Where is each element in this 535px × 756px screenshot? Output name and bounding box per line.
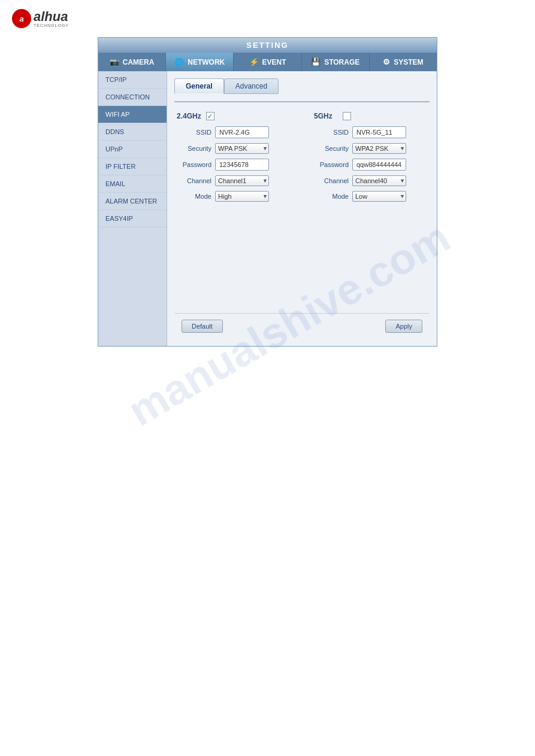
event-icon [249,57,259,66]
mode-select-wrapper-5: High Medium Low ▼ [352,191,406,202]
nav-system-label: SYSTEM [394,58,423,66]
security-row-5: Security WPA PSK WPA2 PSK Open ▼ [314,143,427,154]
sidebar-item-easy4ip[interactable]: EASY4IP [98,210,167,227]
security-select-5[interactable]: WPA PSK WPA2 PSK Open [352,143,406,154]
sidebar-item-email[interactable]: EMAIL [98,175,167,193]
security-row-2.4: Security WPA PSK WPA2 PSK Open ▼ [177,143,290,154]
mode-row-2.4: Mode High Medium Low ▼ [177,191,290,202]
network-icon [174,57,184,66]
nav-network-label: NETWORK [188,58,225,66]
top-nav: CAMERA NETWORK EVENT STORAGE SYSTEM [98,53,437,71]
ssid-row-5: SSID [314,126,427,138]
security-select-wrapper-2.4: WPA PSK WPA2 PSK Open ▼ [215,143,269,154]
tab-advanced[interactable]: Advanced [224,78,279,94]
password-label-2.4: Password [177,161,211,168]
wifi-5-column: 5GHz SSID Security WPA PSK [314,112,427,207]
freq-row-2.4: 2.4GHz [177,112,290,120]
logo-area: a alhua TECHNOLOGY [0,0,535,37]
wifi-2.4-column: 2.4GHz SSID Security WPA PSK [177,112,290,207]
nav-event-label: EVENT [262,58,286,66]
security-select-wrapper-5: WPA PSK WPA2 PSK Open ▼ [352,143,406,154]
password-input-5[interactable] [352,159,406,171]
sidebar-item-connection[interactable]: CONNECTION [98,89,167,106]
mode-label-5: Mode [314,193,349,200]
title-label: SETTING [246,41,288,50]
channel-row-5: Channel Channel40 Channel36 Channel44 Au… [314,175,427,186]
freq-row-5: 5GHz [314,112,427,120]
sidebar-item-wifi-ap[interactable]: WIFI AP [98,106,167,123]
password-input-2.4[interactable] [215,159,269,171]
logo-text: alhua [34,10,69,23]
channel-select-wrapper-5: Channel40 Channel36 Channel44 Auto ▼ [352,175,406,186]
main-panel: General Advanced 2.4GHz [167,71,437,346]
mode-label-2.4: Mode [177,193,211,200]
storage-icon [311,57,321,66]
sidebar-item-ddns[interactable]: DDNS [98,123,167,141]
nav-network[interactable]: NETWORK [166,53,234,71]
system-icon [383,57,390,66]
mode-select-2.4[interactable]: High Medium Low [215,191,269,202]
logo-subtext: TECHNOLOGY [34,23,69,28]
wifi-form: 2.4GHz SSID Security WPA PSK [174,107,430,211]
wifi-columns: 2.4GHz SSID Security WPA PSK [177,112,427,207]
ssid-label-5: SSID [314,129,349,136]
main-container: SETTING CAMERA NETWORK EVENT STORAGE SYS… [98,37,437,347]
freq-label-2.4: 2.4GHz [177,112,201,120]
camera-icon [110,57,119,66]
sidebar-item-alarm-center[interactable]: ALARM CENTER [98,193,167,210]
nav-storage[interactable]: STORAGE [302,53,370,71]
sidebar: TCP/IP CONNECTION WIFI AP DDNS UPnP IP F… [98,71,167,346]
nav-camera-label: CAMERA [123,58,155,66]
spacer [174,211,430,307]
password-label-5: Password [314,161,349,168]
content-area: TCP/IP CONNECTION WIFI AP DDNS UPnP IP F… [98,71,437,346]
apply-button[interactable]: Apply [385,320,422,333]
freq-label-5: 5GHz [314,112,338,120]
sidebar-item-upnp[interactable]: UPnP [98,141,167,158]
checkbox-2.4ghz[interactable] [206,112,214,120]
tab-separator [174,101,430,102]
password-row-5: Password [314,159,427,171]
mode-row-5: Mode High Medium Low ▼ [314,191,427,202]
channel-select-5[interactable]: Channel40 Channel36 Channel44 Auto [352,175,406,186]
ssid-row-2.4: SSID [177,126,290,138]
channel-select-2.4[interactable]: Channel1 Channel2 Channel3 Auto [215,175,269,186]
password-row-2.4: Password [177,159,290,171]
security-select-2.4[interactable]: WPA PSK WPA2 PSK Open [215,143,269,154]
ssid-input-2.4[interactable] [215,126,269,138]
tab-bar: General Advanced [174,78,430,94]
mode-select-5[interactable]: High Medium Low [352,191,406,202]
checkbox-5ghz[interactable] [343,112,351,120]
ssid-input-5[interactable] [352,126,406,138]
sidebar-item-ip-filter[interactable]: IP FILTER [98,158,167,175]
mode-select-wrapper-2.4: High Medium Low ▼ [215,191,269,202]
channel-label-2.4: Channel [177,177,211,184]
security-label-5: Security [314,145,349,152]
svg-text:a: a [19,14,23,23]
channel-row-2.4: Channel Channel1 Channel2 Channel3 Auto … [177,175,290,186]
channel-select-wrapper-2.4: Channel1 Channel2 Channel3 Auto ▼ [215,175,269,186]
tab-general[interactable]: General [174,78,224,94]
ssid-label-2.4: SSID [177,129,211,136]
nav-event[interactable]: EVENT [234,53,301,71]
security-label-2.4: Security [177,145,211,152]
sidebar-item-tcp-ip[interactable]: TCP/IP [98,71,167,89]
channel-label-5: Channel [314,177,349,184]
logo: a alhua TECHNOLOGY [12,9,69,28]
nav-system[interactable]: SYSTEM [370,53,437,71]
title-bar: SETTING [98,38,437,53]
bottom-bar: Default Apply [174,313,430,339]
logo-icon: a [12,9,31,28]
default-button[interactable]: Default [182,320,223,333]
nav-camera[interactable]: CAMERA [98,53,166,71]
nav-storage-label: STORAGE [324,58,359,66]
